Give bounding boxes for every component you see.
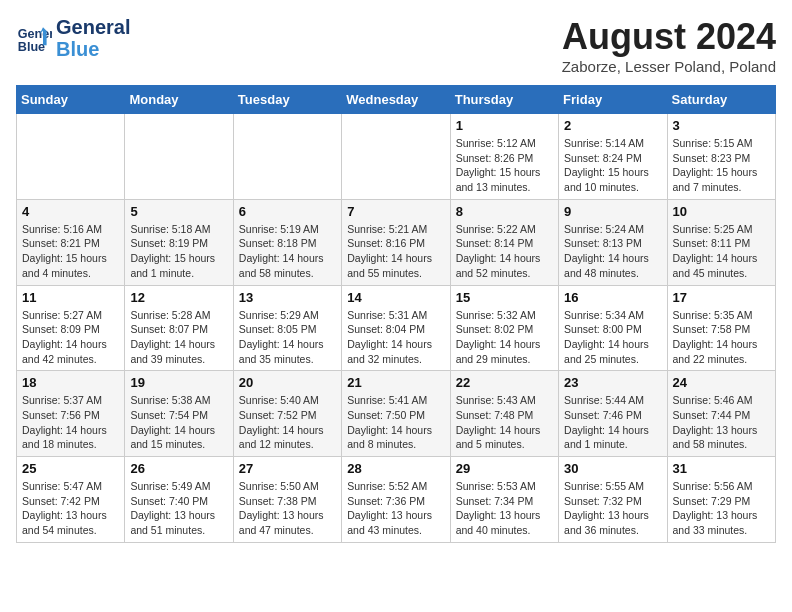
week-row-2: 4Sunrise: 5:16 AM Sunset: 8:21 PM Daylig… [17,199,776,285]
day-info: Sunrise: 5:18 AM Sunset: 8:19 PM Dayligh… [130,222,227,281]
day-info: Sunrise: 5:32 AM Sunset: 8:02 PM Dayligh… [456,308,553,367]
day-number: 22 [456,375,553,390]
calendar-cell [342,114,450,200]
calendar-cell: 7Sunrise: 5:21 AM Sunset: 8:16 PM Daylig… [342,199,450,285]
logo: General Blue General Blue [16,16,130,60]
calendar-cell: 17Sunrise: 5:35 AM Sunset: 7:58 PM Dayli… [667,285,775,371]
day-number: 19 [130,375,227,390]
calendar-cell: 19Sunrise: 5:38 AM Sunset: 7:54 PM Dayli… [125,371,233,457]
calendar-header: SundayMondayTuesdayWednesdayThursdayFrid… [17,86,776,114]
day-info: Sunrise: 5:49 AM Sunset: 7:40 PM Dayligh… [130,479,227,538]
calendar-cell: 3Sunrise: 5:15 AM Sunset: 8:23 PM Daylig… [667,114,775,200]
day-of-week-saturday: Saturday [667,86,775,114]
day-number: 5 [130,204,227,219]
day-number: 2 [564,118,661,133]
day-info: Sunrise: 5:52 AM Sunset: 7:36 PM Dayligh… [347,479,444,538]
day-info: Sunrise: 5:38 AM Sunset: 7:54 PM Dayligh… [130,393,227,452]
calendar-cell: 13Sunrise: 5:29 AM Sunset: 8:05 PM Dayli… [233,285,341,371]
calendar-cell: 18Sunrise: 5:37 AM Sunset: 7:56 PM Dayli… [17,371,125,457]
week-row-3: 11Sunrise: 5:27 AM Sunset: 8:09 PM Dayli… [17,285,776,371]
day-info: Sunrise: 5:34 AM Sunset: 8:00 PM Dayligh… [564,308,661,367]
day-number: 15 [456,290,553,305]
day-number: 23 [564,375,661,390]
calendar-cell: 4Sunrise: 5:16 AM Sunset: 8:21 PM Daylig… [17,199,125,285]
day-number: 6 [239,204,336,219]
calendar-cell: 22Sunrise: 5:43 AM Sunset: 7:48 PM Dayli… [450,371,558,457]
day-number: 31 [673,461,770,476]
logo-icon: General Blue [16,20,52,56]
day-info: Sunrise: 5:14 AM Sunset: 8:24 PM Dayligh… [564,136,661,195]
calendar-cell: 20Sunrise: 5:40 AM Sunset: 7:52 PM Dayli… [233,371,341,457]
day-number: 21 [347,375,444,390]
calendar-cell: 5Sunrise: 5:18 AM Sunset: 8:19 PM Daylig… [125,199,233,285]
day-number: 9 [564,204,661,219]
day-number: 16 [564,290,661,305]
day-number: 18 [22,375,119,390]
location: Zaborze, Lesser Poland, Poland [562,58,776,75]
calendar-table: SundayMondayTuesdayWednesdayThursdayFrid… [16,85,776,543]
week-row-5: 25Sunrise: 5:47 AM Sunset: 7:42 PM Dayli… [17,457,776,543]
day-number: 24 [673,375,770,390]
week-row-1: 1Sunrise: 5:12 AM Sunset: 8:26 PM Daylig… [17,114,776,200]
calendar-cell [233,114,341,200]
day-number: 3 [673,118,770,133]
day-of-week-wednesday: Wednesday [342,86,450,114]
calendar-cell: 8Sunrise: 5:22 AM Sunset: 8:14 PM Daylig… [450,199,558,285]
calendar-cell: 28Sunrise: 5:52 AM Sunset: 7:36 PM Dayli… [342,457,450,543]
day-number: 26 [130,461,227,476]
day-info: Sunrise: 5:21 AM Sunset: 8:16 PM Dayligh… [347,222,444,281]
title-block: August 2024 Zaborze, Lesser Poland, Pola… [562,16,776,75]
day-info: Sunrise: 5:50 AM Sunset: 7:38 PM Dayligh… [239,479,336,538]
calendar-cell: 1Sunrise: 5:12 AM Sunset: 8:26 PM Daylig… [450,114,558,200]
days-of-week-row: SundayMondayTuesdayWednesdayThursdayFrid… [17,86,776,114]
calendar-cell: 27Sunrise: 5:50 AM Sunset: 7:38 PM Dayli… [233,457,341,543]
day-info: Sunrise: 5:25 AM Sunset: 8:11 PM Dayligh… [673,222,770,281]
day-info: Sunrise: 5:12 AM Sunset: 8:26 PM Dayligh… [456,136,553,195]
calendar-cell: 16Sunrise: 5:34 AM Sunset: 8:00 PM Dayli… [559,285,667,371]
week-row-4: 18Sunrise: 5:37 AM Sunset: 7:56 PM Dayli… [17,371,776,457]
calendar-cell: 6Sunrise: 5:19 AM Sunset: 8:18 PM Daylig… [233,199,341,285]
logo-text-line1: General [56,16,130,38]
day-of-week-monday: Monday [125,86,233,114]
day-of-week-friday: Friday [559,86,667,114]
day-info: Sunrise: 5:27 AM Sunset: 8:09 PM Dayligh… [22,308,119,367]
calendar-cell: 10Sunrise: 5:25 AM Sunset: 8:11 PM Dayli… [667,199,775,285]
day-info: Sunrise: 5:56 AM Sunset: 7:29 PM Dayligh… [673,479,770,538]
day-of-week-thursday: Thursday [450,86,558,114]
calendar-cell: 15Sunrise: 5:32 AM Sunset: 8:02 PM Dayli… [450,285,558,371]
day-number: 1 [456,118,553,133]
calendar-cell: 24Sunrise: 5:46 AM Sunset: 7:44 PM Dayli… [667,371,775,457]
day-number: 13 [239,290,336,305]
day-number: 17 [673,290,770,305]
day-info: Sunrise: 5:19 AM Sunset: 8:18 PM Dayligh… [239,222,336,281]
month-title: August 2024 [562,16,776,58]
svg-text:Blue: Blue [18,40,45,54]
day-number: 4 [22,204,119,219]
page-header: General Blue General Blue August 2024 Za… [16,16,776,75]
day-of-week-sunday: Sunday [17,86,125,114]
day-info: Sunrise: 5:24 AM Sunset: 8:13 PM Dayligh… [564,222,661,281]
calendar-cell: 21Sunrise: 5:41 AM Sunset: 7:50 PM Dayli… [342,371,450,457]
day-number: 27 [239,461,336,476]
day-number: 20 [239,375,336,390]
day-info: Sunrise: 5:31 AM Sunset: 8:04 PM Dayligh… [347,308,444,367]
calendar-cell: 12Sunrise: 5:28 AM Sunset: 8:07 PM Dayli… [125,285,233,371]
day-info: Sunrise: 5:28 AM Sunset: 8:07 PM Dayligh… [130,308,227,367]
day-info: Sunrise: 5:29 AM Sunset: 8:05 PM Dayligh… [239,308,336,367]
calendar-cell: 2Sunrise: 5:14 AM Sunset: 8:24 PM Daylig… [559,114,667,200]
day-number: 10 [673,204,770,219]
day-info: Sunrise: 5:44 AM Sunset: 7:46 PM Dayligh… [564,393,661,452]
day-number: 28 [347,461,444,476]
day-info: Sunrise: 5:16 AM Sunset: 8:21 PM Dayligh… [22,222,119,281]
day-info: Sunrise: 5:40 AM Sunset: 7:52 PM Dayligh… [239,393,336,452]
day-number: 30 [564,461,661,476]
day-number: 29 [456,461,553,476]
day-info: Sunrise: 5:43 AM Sunset: 7:48 PM Dayligh… [456,393,553,452]
calendar-cell: 31Sunrise: 5:56 AM Sunset: 7:29 PM Dayli… [667,457,775,543]
day-of-week-tuesday: Tuesday [233,86,341,114]
day-number: 25 [22,461,119,476]
calendar-cell: 14Sunrise: 5:31 AM Sunset: 8:04 PM Dayli… [342,285,450,371]
day-number: 7 [347,204,444,219]
day-info: Sunrise: 5:15 AM Sunset: 8:23 PM Dayligh… [673,136,770,195]
day-number: 12 [130,290,227,305]
